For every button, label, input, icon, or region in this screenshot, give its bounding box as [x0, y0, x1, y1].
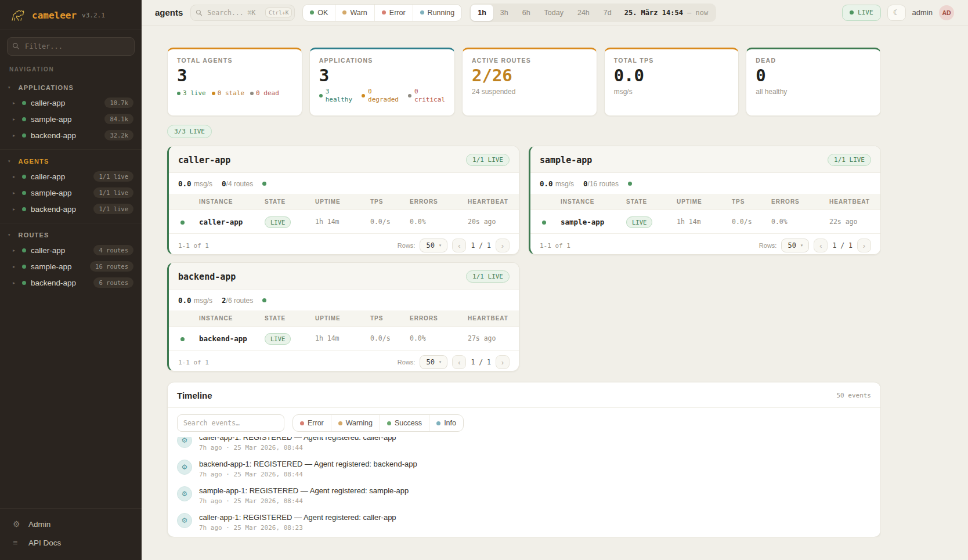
app-card-grid: caller-app 1/1 LIVE 0.0 msg/s 0/4 routes… — [167, 146, 881, 371]
global-search: Ctrl+K — [190, 5, 295, 21]
events-search-input[interactable] — [177, 414, 284, 432]
status-dot — [542, 221, 546, 225]
status-dot — [22, 191, 26, 195]
time-range-today[interactable]: Today — [537, 5, 570, 21]
next-page-button[interactable]: › — [857, 239, 871, 252]
app-live-badge: 1/1 LIVE — [828, 154, 871, 166]
section-header-applications[interactable]: ▾ APPLICATIONS — [0, 81, 142, 95]
filter-chip-error[interactable]: Error — [374, 5, 413, 21]
chevron-right-icon: ▸ — [13, 133, 17, 138]
chevron-right-icon: ▸ — [13, 190, 17, 196]
ok-dot — [310, 10, 314, 15]
prev-page-button[interactable]: ‹ — [452, 239, 466, 252]
sidebar-item-admin[interactable]: ⚙ Admin — [0, 515, 142, 533]
sidebar-item-api-docs[interactable]: ≡ API Docs — [0, 533, 142, 552]
prev-page-button[interactable]: ‹ — [452, 355, 466, 369]
count-badge: 4 routes — [93, 245, 133, 255]
instance-row[interactable]: backend-app LIVE 1h 14m 0.0/s 0.0% 27s a… — [169, 327, 519, 351]
prev-page-button[interactable]: ‹ — [814, 239, 828, 252]
live-summary-badge: 3/3 LIVE — [167, 125, 212, 138]
caret-down-icon: ▾ — [8, 159, 10, 164]
chevron-right-icon: ▸ — [13, 100, 17, 106]
event-list: ⚙ caller-app-1: REGISTERED — Agent regis… — [168, 437, 880, 537]
chevron-right-icon: ▸ — [13, 117, 17, 122]
event-item[interactable]: ⚙ sample-app-1: REGISTERED — Agent regis… — [168, 483, 880, 510]
rows-per-page-select[interactable]: 50 ▾ — [420, 239, 447, 252]
filter-chip-ok[interactable]: OK — [303, 5, 335, 21]
brand-version: v3.2.1 — [82, 12, 105, 19]
sidebar-item-applications-sample-app[interactable]: ▸ sample-app 84.1k — [0, 111, 142, 127]
status-dot — [22, 248, 26, 252]
time-range-24h[interactable]: 24h — [570, 5, 597, 21]
event-filter-info[interactable]: Info — [429, 415, 463, 431]
status-dot — [22, 281, 26, 285]
rows-per-page-select[interactable]: 50 ▾ — [781, 239, 809, 252]
instance-row[interactable]: sample-app LIVE 1h 14m 0.0/s 0.0% 22s ag… — [530, 210, 880, 234]
filter-chip-warn[interactable]: Warn — [335, 5, 374, 21]
user-name[interactable]: admin — [912, 8, 933, 17]
event-item[interactable]: ⚙ caller-app-1: REGISTERED — Agent regis… — [168, 437, 880, 457]
sidebar-item-applications-caller-app[interactable]: ▸ caller-app 10.7k — [0, 95, 142, 111]
gear-icon: ⚙ — [177, 513, 192, 528]
sidebar-item-routes-caller-app[interactable]: ▸ caller-app 4 routes — [0, 242, 142, 258]
event-filter-error[interactable]: Error — [293, 415, 331, 431]
filter-input[interactable] — [7, 37, 135, 56]
nav-group-agents: ▾ AGENTS ▸ caller-app 1/1 live ▸ sample-… — [0, 150, 142, 223]
nav-group-applications: ▾ APPLICATIONS ▸ caller-app 10.7k ▸ samp… — [0, 76, 142, 150]
time-range-1h[interactable]: 1h — [471, 5, 493, 21]
instance-row[interactable]: caller-app LIVE 1h 14m 0.0/s 0.0% 20s ag… — [169, 210, 519, 234]
caret-down-icon: ▾ — [8, 233, 10, 237]
sidebar-item-agents-sample-app[interactable]: ▸ sample-app 1/1 live — [0, 185, 142, 201]
chevron-right-icon: ▸ — [13, 174, 17, 179]
state-badge: LIVE — [265, 216, 291, 228]
sidebar-item-routes-backend-app[interactable]: ▸ backend-app 6 routes — [0, 274, 142, 291]
critical-dot — [408, 94, 411, 97]
state-badge: LIVE — [626, 216, 652, 228]
app-card-title: backend-app — [178, 272, 236, 282]
app-card-caller-app: caller-app 1/1 LIVE 0.0 msg/s 0/4 routes… — [167, 146, 519, 255]
sidebar-item-applications-backend-app[interactable]: ▸ backend-app 32.2k — [0, 127, 142, 143]
status-dot — [262, 298, 266, 302]
status-dot — [180, 221, 185, 225]
gear-icon: ⚙ — [177, 486, 192, 501]
event-filter-warning[interactable]: Warning — [331, 415, 380, 431]
caret-down-icon: ▾ — [8, 85, 10, 90]
rows-per-page-select[interactable]: 50 ▾ — [420, 355, 447, 369]
state-badge: LIVE — [265, 333, 291, 345]
sidebar-item-agents-caller-app[interactable]: ▸ caller-app 1/1 live — [0, 168, 142, 185]
section-header-agents[interactable]: ▾ AGENTS — [0, 154, 142, 168]
section-header-routes[interactable]: ▾ ROUTES — [0, 228, 142, 242]
avatar[interactable]: AD — [939, 5, 954, 20]
event-item[interactable]: ⚙ backend-app-1: REGISTERED — Agent regi… — [168, 457, 880, 483]
status-dot — [180, 337, 185, 341]
sidebar-item-agents-backend-app[interactable]: ▸ backend-app 1/1 live — [0, 201, 142, 217]
status-dot — [22, 175, 26, 179]
event-filter-group: Error Warning Success Info — [292, 414, 464, 432]
brand-logo[interactable]: cameleer v3.2.1 — [0, 0, 142, 30]
next-page-button[interactable]: › — [496, 239, 510, 252]
count-badge: 6 routes — [93, 277, 133, 288]
count-badge: 32.2k — [104, 130, 133, 140]
status-filter-group: OK Warn Error Running — [302, 4, 462, 21]
gear-icon: ⚙ — [13, 519, 21, 529]
status-dot — [628, 182, 632, 186]
event-item[interactable]: ⚙ caller-app-1: REGISTERED — Agent regis… — [168, 510, 880, 537]
row-count: 1-1 of 1 — [540, 242, 570, 250]
app-card-title: caller-app — [178, 155, 230, 165]
count-badge: 1/1 live — [93, 187, 133, 198]
count-badge: 84.1k — [104, 114, 133, 124]
stale-dot — [212, 92, 215, 95]
filter-chip-running[interactable]: Running — [413, 5, 462, 21]
time-range-7d[interactable]: 7d — [597, 5, 619, 21]
dark-mode-toggle[interactable]: ☾ — [887, 5, 906, 21]
time-range-3h[interactable]: 3h — [493, 5, 515, 21]
next-page-button[interactable]: › — [496, 355, 510, 369]
time-range-6h[interactable]: 6h — [515, 5, 537, 21]
event-filter-success[interactable]: Success — [380, 415, 429, 431]
sidebar-item-routes-sample-app[interactable]: ▸ sample-app 16 routes — [0, 258, 142, 274]
date-range[interactable]: 25. März 14:54 — now — [624, 9, 709, 17]
status-dot — [22, 265, 26, 269]
running-dot — [420, 10, 424, 15]
count-badge: 16 routes — [90, 261, 133, 272]
error-dot — [382, 10, 386, 15]
